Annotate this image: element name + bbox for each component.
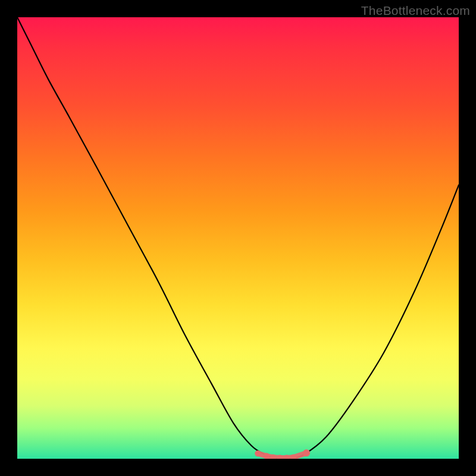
trough-marker [303, 449, 310, 456]
curve-path [17, 17, 459, 459]
bottleneck-curve [17, 17, 459, 459]
plot-area [17, 17, 459, 459]
watermark-text: TheBottleneck.com [361, 4, 470, 18]
chart-frame: TheBottleneck.com [0, 0, 476, 476]
trough-marker [255, 450, 261, 456]
